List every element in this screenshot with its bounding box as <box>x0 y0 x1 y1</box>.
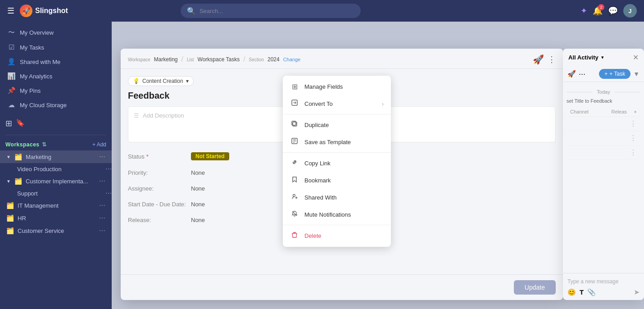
add-task-button[interactable]: + + Task <box>599 69 630 79</box>
activity-filter-icon[interactable]: ▼ <box>633 70 639 77</box>
expand-icon: ▼ <box>6 154 11 159</box>
menu-item-copy-link[interactable]: Copy Link <box>283 154 391 172</box>
topbar: ☰ 🚀 Slingshot 🔍 ✦ 🔔 2 💬 J <box>0 0 644 22</box>
sidebar-item-shared-with-me[interactable]: 👤 Shared with Me <box>0 55 112 69</box>
menu-item-shared-with[interactable]: Shared With <box>283 189 391 206</box>
sidebar-item-analytics[interactable]: 📊 My Analytics <box>0 69 112 83</box>
sidebar-item-my-tasks[interactable]: ☑ My Tasks <box>0 40 112 55</box>
workspace-item-hr[interactable]: 🗂️ HR ⋯ <box>0 212 112 224</box>
breadcrumb-change[interactable]: Change <box>283 57 301 62</box>
sidebar-label-shared: Shared with Me <box>20 59 60 65</box>
workspace-more-it[interactable]: ⋯ <box>99 202 105 209</box>
modal-header-actions: 🚀 ⋮ <box>533 54 556 65</box>
cs-icon: 🗂️ <box>6 227 14 234</box>
menu-item-manage-fields[interactable]: ⊞ Manage Fields <box>283 78 391 95</box>
sub-item-more-support[interactable]: ⋯ <box>105 190 112 197</box>
menu-item-convert-to[interactable]: Convert To › <box>283 95 391 112</box>
send-button[interactable]: ➤ <box>634 288 639 296</box>
layers-icon[interactable]: ⊞ <box>5 118 12 128</box>
menu-item-duplicate[interactable]: Duplicate <box>283 116 391 133</box>
attachment-icon[interactable]: 📎 <box>587 288 596 296</box>
add-task-label: + Task <box>609 71 625 77</box>
chat-icon[interactable]: 💬 <box>608 6 618 16</box>
menu-item-bookmark[interactable]: Bookmark <box>283 172 391 189</box>
msg-rows: ⋮ ⋮ ⋮ <box>567 117 640 160</box>
msg-row-3: ⋮ <box>567 145 640 160</box>
section-tag-label: Content Creation <box>142 78 183 84</box>
video-label: Video Production <box>17 166 62 173</box>
workspace-item-cs[interactable]: 🗂️ Customer Service ⋯ <box>0 224 112 237</box>
sidebar: 〜 My Overview ☑ My Tasks 👤 Shared with M… <box>0 22 112 309</box>
menu-item-delete[interactable]: Delete <box>283 227 391 244</box>
breadcrumb-list-value[interactable]: Workspace Tasks <box>198 56 240 63</box>
msg-row-dots-1[interactable]: ⋮ <box>630 119 637 128</box>
workspace-label-hr: HR <box>18 215 26 222</box>
breadcrumb-workspace-label: Workspace <box>128 57 150 62</box>
activity-rocket-icon[interactable]: 🚀 <box>567 70 576 78</box>
breadcrumb-sep1: / <box>181 55 183 64</box>
logo-icon: 🚀 <box>20 5 32 17</box>
menu-item-save-template[interactable]: Save as Template <box>283 133 391 150</box>
workspaces-label: Workspaces ⇅ <box>5 141 47 148</box>
workspace-more-marketing[interactable]: ⋯ <box>99 153 105 160</box>
menu-item-label-save-template: Save as Template <box>304 139 351 145</box>
menu-item-label-duplicate: Duplicate <box>304 122 329 128</box>
workspace-item-customer-impl[interactable]: ▼ 🗂️ Customer Implementa... ⋯ <box>0 175 112 187</box>
add-workspace-button[interactable]: + Add <box>92 141 106 148</box>
update-button[interactable]: Update <box>514 280 556 295</box>
workspace-more-ci[interactable]: ⋯ <box>99 177 105 185</box>
menu-icon[interactable]: ☰ <box>7 6 14 16</box>
content-area: Workspace Marketing / List Workspace Tas… <box>112 22 644 309</box>
section-tag-icon: 💡 <box>133 78 140 84</box>
activity-content: Today set Title to Feedback Channel Rele… <box>563 82 644 273</box>
section-tag[interactable]: 💡 Content Creation ▾ <box>128 76 194 86</box>
search-icon: 🔍 <box>187 7 196 15</box>
sidebar-item-pins[interactable]: 📌 My Pins <box>0 83 112 98</box>
convert-to-arrow: › <box>382 100 384 107</box>
message-input[interactable] <box>567 278 639 285</box>
customer-impl-icon: 🗂️ <box>14 177 22 185</box>
search-bar[interactable]: 🔍 <box>181 4 361 18</box>
notification-icon[interactable]: 🔔 2 <box>593 6 603 16</box>
add-col-icon[interactable]: + <box>634 109 637 114</box>
search-input[interactable] <box>200 8 354 14</box>
text-format-icon[interactable]: T <box>580 288 584 296</box>
message-box: 😊 T 📎 ➤ <box>563 273 644 300</box>
bookmark-sidebar-icon[interactable]: 🔖 <box>16 118 25 128</box>
sub-item-more-video[interactable]: ⋯ <box>105 165 112 173</box>
sidebar-item-my-overview[interactable]: 〜 My Overview <box>0 25 112 40</box>
workspace-more-hr[interactable]: ⋯ <box>99 214 105 222</box>
context-menu: ⊞ Manage Fields Convert To › <box>283 76 391 247</box>
sub-item-video-production[interactable]: Video Production ⋯ <box>0 163 112 175</box>
bookmark-menu-icon <box>290 176 299 185</box>
activity-more-icon[interactable]: ⋯ <box>579 70 585 78</box>
close-activity-icon[interactable]: ✕ <box>633 53 639 62</box>
sidebar-divider <box>5 135 106 135</box>
avatar[interactable]: J <box>623 4 637 18</box>
workspace-more-cs[interactable]: ⋯ <box>99 227 105 234</box>
emoji-icon[interactable]: 😊 <box>567 288 576 296</box>
workspace-label-marketing: Marketing <box>26 154 51 160</box>
sub-item-support[interactable]: Support ⋯ <box>0 187 112 199</box>
sidebar-label-analytics: My Analytics <box>20 73 52 80</box>
sidebar-nav: 〜 My Overview ☑ My Tasks 👤 Shared with M… <box>0 22 112 116</box>
modal-rocket-icon[interactable]: 🚀 <box>533 54 544 65</box>
field-label-dates: Start Date - Due Date: <box>128 198 191 210</box>
tasks-icon: ☑ <box>7 43 15 51</box>
workspace-item-it[interactable]: 🗂️ IT Management ⋯ <box>0 199 112 212</box>
sidebar-item-cloud[interactable]: ☁ My Cloud Storage <box>0 98 112 112</box>
duplicate-icon <box>290 120 299 129</box>
convert-to-icon <box>290 99 299 108</box>
logo: 🚀 Slingshot <box>20 5 68 17</box>
workspace-item-marketing[interactable]: ▼ 🗂️ Marketing ⋯ <box>0 150 112 163</box>
breadcrumb-section-value[interactable]: 2024 <box>268 56 280 63</box>
msg-row-dots-2[interactable]: ⋮ <box>630 134 637 142</box>
msg-row-dots-3[interactable]: ⋮ <box>630 148 637 157</box>
modal-dots-button[interactable]: ⋮ <box>548 55 556 64</box>
sort-icon[interactable]: ⇅ <box>42 141 47 148</box>
activity-dropdown-icon[interactable]: ▾ <box>601 55 604 60</box>
menu-item-mute-notifications[interactable]: Mute Notifications <box>283 206 391 223</box>
status-badge[interactable]: Not Started <box>191 152 229 160</box>
sparkle-icon[interactable]: ✦ <box>581 6 587 16</box>
breadcrumb-workspace-value[interactable]: Marketing <box>154 56 178 63</box>
